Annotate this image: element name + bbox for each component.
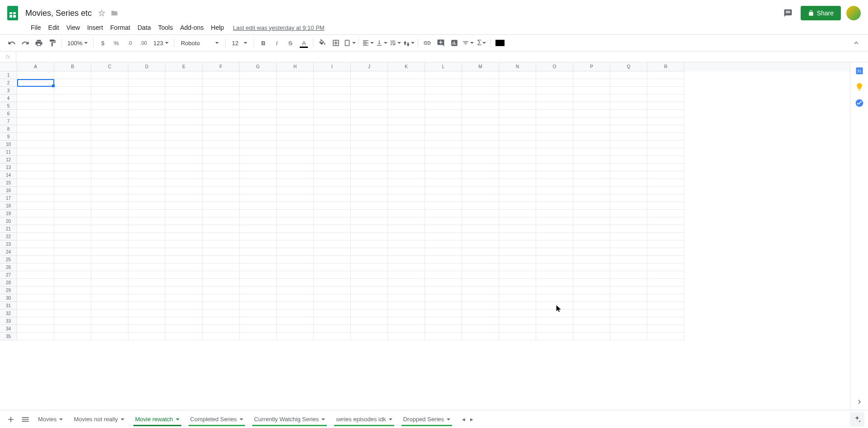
cell-E33[interactable] bbox=[165, 317, 203, 325]
cell-I31[interactable] bbox=[314, 302, 351, 310]
row-header-10[interactable]: 10 bbox=[0, 141, 17, 148]
decrease-decimal-button[interactable]: .0 bbox=[123, 37, 136, 49]
cell-N22[interactable] bbox=[499, 233, 536, 240]
cell-B28[interactable] bbox=[54, 279, 91, 287]
cell-N24[interactable] bbox=[499, 248, 536, 256]
cell-H26[interactable] bbox=[277, 263, 314, 271]
cell-Q6[interactable] bbox=[610, 110, 647, 118]
cell-Q33[interactable] bbox=[610, 317, 647, 325]
cell-C12[interactable] bbox=[91, 156, 128, 164]
cell-E6[interactable] bbox=[165, 110, 203, 118]
row-header-18[interactable]: 18 bbox=[0, 202, 17, 210]
cell-F8[interactable] bbox=[203, 125, 240, 133]
cell-O4[interactable] bbox=[536, 94, 573, 102]
italic-button[interactable]: I bbox=[270, 37, 283, 49]
row-header-5[interactable]: 5 bbox=[0, 102, 17, 110]
cell-J27[interactable] bbox=[351, 271, 388, 279]
cell-G23[interactable] bbox=[240, 240, 277, 248]
cell-C34[interactable] bbox=[91, 325, 128, 333]
insert-comment-button[interactable] bbox=[434, 37, 447, 49]
col-header-L[interactable]: L bbox=[425, 62, 462, 71]
cell-M26[interactable] bbox=[462, 263, 499, 271]
cell-C19[interactable] bbox=[91, 210, 128, 217]
cell-J31[interactable] bbox=[351, 302, 388, 310]
side-expand-button[interactable] bbox=[855, 397, 864, 406]
row-header-6[interactable]: 6 bbox=[0, 110, 17, 118]
row-header-19[interactable]: 19 bbox=[0, 210, 17, 217]
cell-H24[interactable] bbox=[277, 248, 314, 256]
cell-P10[interactable] bbox=[573, 141, 610, 148]
menu-addons[interactable]: Add-ons bbox=[176, 22, 207, 33]
cell-H4[interactable] bbox=[277, 94, 314, 102]
cell-L20[interactable] bbox=[425, 217, 462, 225]
row-header-22[interactable]: 22 bbox=[0, 233, 17, 240]
cell-I15[interactable] bbox=[314, 179, 351, 187]
cell-P21[interactable] bbox=[573, 225, 610, 233]
number-format-select[interactable]: 123 bbox=[151, 38, 171, 48]
cell-D9[interactable] bbox=[128, 133, 165, 141]
cell-B11[interactable] bbox=[54, 148, 91, 156]
cell-B9[interactable] bbox=[54, 133, 91, 141]
tasks-icon[interactable] bbox=[855, 99, 864, 108]
cell-A11[interactable] bbox=[17, 148, 54, 156]
cell-P5[interactable] bbox=[573, 102, 610, 110]
cell-B26[interactable] bbox=[54, 263, 91, 271]
cell-J12[interactable] bbox=[351, 156, 388, 164]
cell-R34[interactable] bbox=[647, 325, 684, 333]
row-header-33[interactable]: 33 bbox=[0, 317, 17, 325]
cell-K35[interactable] bbox=[388, 333, 425, 340]
cell-B2[interactable] bbox=[54, 79, 91, 87]
row-header-25[interactable]: 25 bbox=[0, 256, 17, 263]
row-header-4[interactable]: 4 bbox=[0, 94, 17, 102]
menu-insert[interactable]: Insert bbox=[84, 22, 107, 33]
cell-L18[interactable] bbox=[425, 202, 462, 210]
cell-E29[interactable] bbox=[165, 287, 203, 294]
cell-P1[interactable] bbox=[573, 71, 610, 79]
cell-A21[interactable] bbox=[17, 225, 54, 233]
cell-I33[interactable] bbox=[314, 317, 351, 325]
cell-I4[interactable] bbox=[314, 94, 351, 102]
chevron-down-icon[interactable] bbox=[240, 419, 243, 420]
cell-R6[interactable] bbox=[647, 110, 684, 118]
cell-M9[interactable] bbox=[462, 133, 499, 141]
cell-H13[interactable] bbox=[277, 164, 314, 171]
cell-O31[interactable] bbox=[536, 302, 573, 310]
cell-N34[interactable] bbox=[499, 325, 536, 333]
row-header-12[interactable]: 12 bbox=[0, 156, 17, 164]
cell-G9[interactable] bbox=[240, 133, 277, 141]
cell-P23[interactable] bbox=[573, 240, 610, 248]
cell-M6[interactable] bbox=[462, 110, 499, 118]
cell-K3[interactable] bbox=[388, 87, 425, 94]
cell-E18[interactable] bbox=[165, 202, 203, 210]
cell-B29[interactable] bbox=[54, 287, 91, 294]
cell-N6[interactable] bbox=[499, 110, 536, 118]
cell-L6[interactable] bbox=[425, 110, 462, 118]
move-folder-icon[interactable] bbox=[110, 9, 119, 18]
cell-C22[interactable] bbox=[91, 233, 128, 240]
cell-K4[interactable] bbox=[388, 94, 425, 102]
cell-E17[interactable] bbox=[165, 194, 203, 202]
cell-E34[interactable] bbox=[165, 325, 203, 333]
col-header-Q[interactable]: Q bbox=[610, 62, 647, 71]
cell-B24[interactable] bbox=[54, 248, 91, 256]
cell-K25[interactable] bbox=[388, 256, 425, 263]
cell-G25[interactable] bbox=[240, 256, 277, 263]
cell-B5[interactable] bbox=[54, 102, 91, 110]
cell-J5[interactable] bbox=[351, 102, 388, 110]
cell-R30[interactable] bbox=[647, 294, 684, 302]
font-size-select[interactable]: 12 bbox=[228, 38, 251, 48]
cell-G15[interactable] bbox=[240, 179, 277, 187]
cell-J7[interactable] bbox=[351, 118, 388, 125]
cell-J29[interactable] bbox=[351, 287, 388, 294]
cell-M29[interactable] bbox=[462, 287, 499, 294]
cell-M12[interactable] bbox=[462, 156, 499, 164]
cell-P33[interactable] bbox=[573, 317, 610, 325]
col-header-K[interactable]: K bbox=[388, 62, 425, 71]
cell-E16[interactable] bbox=[165, 187, 203, 194]
cell-F16[interactable] bbox=[203, 187, 240, 194]
cell-L29[interactable] bbox=[425, 287, 462, 294]
cell-M21[interactable] bbox=[462, 225, 499, 233]
cell-R4[interactable] bbox=[647, 94, 684, 102]
row-header-8[interactable]: 8 bbox=[0, 125, 17, 133]
cell-O19[interactable] bbox=[536, 210, 573, 217]
